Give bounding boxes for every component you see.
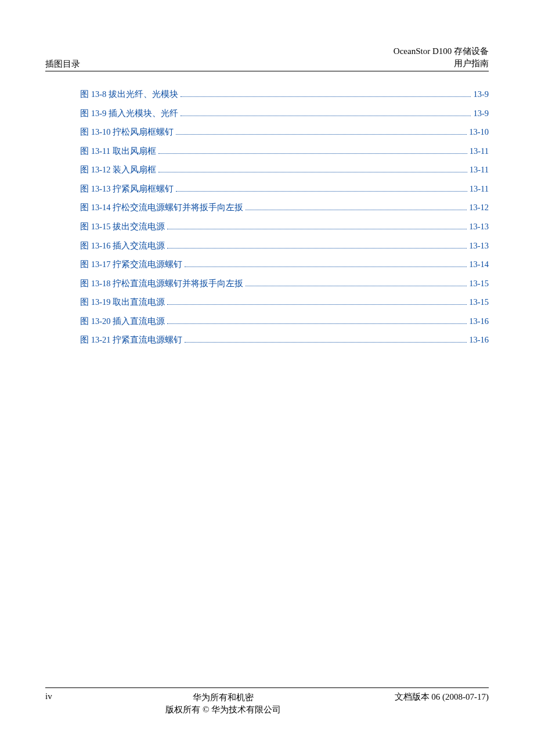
toc-entry[interactable]: 图 13-21 拧紧直流电源螺钉 13-16 — [80, 334, 489, 346]
toc-leader-dots — [181, 116, 471, 116]
toc-label: 图 13-12 装入风扇框 — [80, 164, 156, 176]
toc-page-number: 13-9 — [473, 108, 489, 120]
toc-page-number: 13-13 — [469, 221, 489, 233]
toc-page-number: 13-14 — [469, 259, 489, 271]
toc-label: 图 13-14 拧松交流电源螺钉并将扳手向左扳 — [80, 202, 243, 214]
document-page: 插图目录 OceanStor D100 存储设备 用户指南 图 13-8 拔出光… — [0, 0, 534, 756]
toc-label: 图 13-9 插入光模块、光纤 — [80, 108, 178, 120]
footer-confidential: 华为所有和机密 版权所有 © 华为技术有限公司 — [165, 692, 281, 717]
toc-page-number: 13-9 — [473, 89, 489, 100]
toc-page-number: 13-16 — [469, 334, 489, 346]
toc-page-number: 13-13 — [469, 240, 489, 252]
toc-entry[interactable]: 图 13-8 拔出光纤、光模块 13-9 — [80, 89, 489, 100]
page-footer: iv 华为所有和机密 版权所有 © 华为技术有限公司 文档版本 06 (2008… — [45, 687, 489, 717]
toc-leader-dots — [167, 248, 467, 249]
header-title-line2: 用户指南 — [394, 57, 489, 70]
toc-page-number: 13-11 — [470, 164, 489, 176]
toc-page-number: 13-11 — [470, 183, 489, 195]
toc-entry[interactable]: 图 13-11 取出风扇框 13-11 — [80, 146, 489, 157]
toc-entry[interactable]: 图 13-9 插入光模块、光纤 13-9 — [80, 108, 489, 120]
toc-leader-dots — [158, 172, 467, 172]
toc-leader-dots — [176, 191, 467, 192]
toc-page-number: 13-15 — [469, 278, 489, 290]
toc-leader-dots — [185, 342, 467, 343]
toc-label: 图 13-8 拔出光纤、光模块 — [80, 89, 178, 100]
toc-leader-dots — [167, 323, 467, 324]
footer-page-number: iv — [45, 692, 52, 717]
toc-page-number: 13-11 — [470, 146, 489, 157]
toc-label: 图 13-17 拧紧交流电源螺钉 — [80, 259, 182, 271]
toc-label: 图 13-16 插入交流电源 — [80, 240, 165, 252]
header-section-title: 插图目录 — [45, 59, 80, 70]
footer-center-line1: 华为所有和机密 — [165, 692, 281, 704]
toc-leader-dots — [167, 229, 467, 229]
toc-label: 图 13-20 插入直流电源 — [80, 316, 165, 327]
toc-label: 图 13-19 取出直流电源 — [80, 297, 165, 308]
toc-label: 图 13-15 拔出交流电源 — [80, 221, 165, 233]
toc-page-number: 13-16 — [469, 316, 489, 327]
toc-entry[interactable]: 图 13-15 拔出交流电源 13-13 — [80, 221, 489, 233]
toc-leader-dots — [246, 210, 467, 210]
toc-label: 图 13-21 拧紧直流电源螺钉 — [80, 334, 182, 346]
toc-leader-dots — [246, 286, 467, 286]
footer-center-line2: 版权所有 © 华为技术有限公司 — [165, 704, 281, 717]
page-header: 插图目录 OceanStor D100 存储设备 用户指南 — [45, 45, 489, 71]
figure-toc-list: 图 13-8 拔出光纤、光模块 13-9 图 13-9 插入光模块、光纤 13-… — [45, 89, 489, 346]
toc-leader-dots — [167, 304, 467, 305]
toc-entry[interactable]: 图 13-10 拧松风扇框螺钉 13-10 — [80, 127, 489, 138]
toc-entry[interactable]: 图 13-16 插入交流电源 13-13 — [80, 240, 489, 252]
header-doc-title: OceanStor D100 存储设备 用户指南 — [394, 45, 489, 70]
toc-leader-dots — [185, 267, 467, 267]
toc-label: 图 13-13 拧紧风扇框螺钉 — [80, 183, 174, 195]
toc-label: 图 13-18 拧松直流电源螺钉并将扳手向左扳 — [80, 278, 243, 290]
toc-page-number: 13-12 — [469, 202, 489, 214]
toc-entry[interactable]: 图 13-18 拧松直流电源螺钉并将扳手向左扳 13-15 — [80, 278, 489, 290]
toc-entry[interactable]: 图 13-12 装入风扇框 13-11 — [80, 164, 489, 176]
toc-entry[interactable]: 图 13-19 取出直流电源 13-15 — [80, 297, 489, 308]
toc-entry[interactable]: 图 13-14 拧松交流电源螺钉并将扳手向左扳 13-12 — [80, 202, 489, 214]
toc-label: 图 13-10 拧松风扇框螺钉 — [80, 127, 174, 138]
toc-label: 图 13-11 取出风扇框 — [80, 146, 156, 157]
footer-version: 文档版本 06 (2008-07-17) — [395, 692, 489, 717]
toc-entry[interactable]: 图 13-13 拧紧风扇框螺钉 13-11 — [80, 183, 489, 195]
toc-leader-dots — [181, 96, 471, 97]
header-title-line1: OceanStor D100 存储设备 — [394, 45, 489, 57]
toc-entry[interactable]: 图 13-20 插入直流电源 13-16 — [80, 316, 489, 327]
toc-leader-dots — [176, 134, 467, 135]
toc-entry[interactable]: 图 13-17 拧紧交流电源螺钉 13-14 — [80, 259, 489, 271]
toc-leader-dots — [158, 153, 467, 154]
toc-page-number: 13-10 — [469, 127, 489, 138]
toc-page-number: 13-15 — [469, 297, 489, 308]
